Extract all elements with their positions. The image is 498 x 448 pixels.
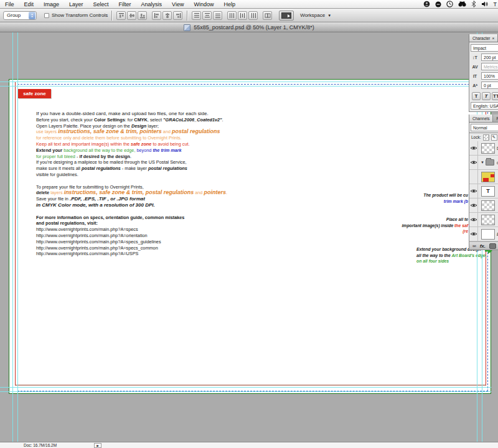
menu-edit[interactable]: Edit [19,1,39,7]
distribute-left-edges-button[interactable] [227,11,237,20]
chevron-down-icon: ▼ [327,14,331,17]
character-panel-tabs: Character × Paragraph [469,34,498,42]
distribute-vertical-centers-button[interactable] [202,11,212,20]
safe-zone-badge: safe zone [18,89,51,98]
tool-preset-select[interactable]: Group ▲▼ [3,11,37,20]
document-title: 55x85_postcard.psd @ 50% (Layer 1, CMYK/… [194,24,314,30]
document-canvas[interactable]: safe zone If you have a double-sided car… [9,79,491,394]
menu-select[interactable]: Select [88,1,114,7]
link-layers-icon[interactable]: ∞ [472,243,476,249]
layer-thumbnail[interactable] [481,229,495,240]
bluetooth-icon[interactable] [471,1,476,7]
blend-mode-select[interactable]: Normal [471,124,498,131]
layer-thumbnail[interactable] [481,200,495,211]
tab-paths[interactable]: Paths [493,114,498,122]
divider [111,11,112,21]
menubar-clipped-item: T [494,1,497,7]
expand-triangle-icon[interactable]: ▼ [481,161,484,164]
visibility-eye-empty[interactable] [469,170,478,184]
stepper-icon: ▲▼ [29,12,35,19]
layers-list: Design ▼ design T [469,141,498,241]
visibility-eye-icon[interactable] [469,227,478,241]
lock-transparency-icon[interactable] [483,134,489,141]
screen-mode-icon[interactable] [279,11,294,21]
align-left-edges-button[interactable] [152,11,161,20]
all-caps-button[interactable]: TT [492,92,498,100]
layer-thumbnail[interactable] [481,172,495,182]
menu-help[interactable]: Help [218,1,240,7]
menu-image[interactable]: Image [39,1,64,7]
status-menu-arrow[interactable]: ▶ [94,443,101,448]
binoculars-icon[interactable] [458,1,466,7]
font-size-icon: ↕T [471,55,479,60]
menu-view[interactable]: View [167,1,189,7]
auto-align-layers-button[interactable] [263,11,272,20]
align-horizontal-centers-button[interactable] [162,11,172,20]
kerning-icon: A‍V [471,65,479,69]
align-bottom-edges-button[interactable] [138,11,147,20]
align-right-edges-button[interactable] [173,11,182,20]
trim-note-annotation: The product will be cutrim mark (b [423,192,468,204]
psd-file-icon [184,24,190,31]
faux-italic-button[interactable]: T [482,92,491,100]
visibility-eye-icon[interactable] [469,213,478,227]
vertical-scale-icon: IT [471,74,479,78]
dot-icon[interactable] [435,1,441,7]
layer-row-empty-1[interactable] [469,198,498,213]
divider [187,11,187,21]
layer-style-fx-icon[interactable]: fx. [480,243,486,249]
kerning-field[interactable]: Metrics [481,63,498,70]
visibility-eye-icon[interactable] [469,156,478,170]
distribute-horizontal-centers-button[interactable] [238,11,247,20]
show-transform-controls-checkbox[interactable] [44,13,49,18]
align-vertical-centers-button[interactable] [127,11,136,20]
close-icon[interactable]: × [492,36,495,40]
guide-horizontal-top-outer[interactable] [0,82,491,82]
guide-horizontal-top-inner[interactable] [0,86,491,86]
workspace-menu[interactable]: Workspace ▼ [300,12,331,18]
guide-vertical-left-outer[interactable] [12,32,13,442]
faux-bold-button[interactable]: T [472,92,481,100]
menu-file[interactable]: File [0,1,19,7]
layer-group-row[interactable]: ▼ design [469,156,498,170]
volume-icon[interactable] [481,1,489,7]
distribute-right-edges-button[interactable] [248,11,258,20]
layer-row-artwork[interactable] [469,170,498,184]
group-folder-icon [486,159,494,166]
layer-thumbnail[interactable] [481,215,495,225]
menu-bar: File Edit Image Layer Select Filter Anal… [0,0,498,9]
vertical-scale-field[interactable]: 100% [481,72,498,80]
tab-channels[interactable]: Channels [469,114,493,122]
visibility-eye-icon[interactable] [469,141,478,156]
visibility-eye-icon[interactable] [469,198,478,213]
clock-icon[interactable] [446,1,453,7]
lock-pixels-icon[interactable]: ✎ [491,134,497,141]
layer-row-text[interactable]: T [469,184,498,198]
menu-layer[interactable]: Layer [64,1,88,7]
layer-row-design[interactable]: Design [469,141,498,156]
character-panel-body: Impact ↕T 200 pt A‍V Metrics IT 100% Aª … [469,42,498,112]
layer-row-empty-2[interactable] [469,213,498,227]
document-title-bar[interactable]: 55x85_postcard.psd @ 50% (Layer 1, CMYK/… [0,22,498,32]
user-icon[interactable] [423,1,430,7]
visibility-eye-icon[interactable] [469,184,478,198]
layer-row-background[interactable]: Background [469,227,498,241]
tab-character[interactable]: Character × [469,34,498,42]
text-layer-thumbnail[interactable]: T [481,186,495,197]
distribute-bottom-edges-button[interactable] [213,11,222,20]
guide-horizontal-bottom-inner[interactable] [0,387,491,388]
font-size-field[interactable]: 200 pt [481,54,498,61]
baseline-shift-field[interactable]: 0 pt [481,82,498,89]
doc-size-info: Doc: 16.7M/16.2M [24,443,57,447]
menu-window[interactable]: Window [189,1,218,7]
guide-vertical-left-inner[interactable] [17,32,18,442]
distribute-top-edges-button[interactable] [192,11,201,20]
align-top-edges-button[interactable] [116,11,126,20]
language-select[interactable]: English: USA [471,102,498,110]
font-family-select[interactable]: Impact [471,44,498,52]
menu-analysis[interactable]: Analysis [136,1,167,7]
menu-filter[interactable]: Filter [114,1,136,7]
layer-thumbnail[interactable] [481,143,495,154]
add-mask-icon[interactable] [489,243,496,249]
guide-horizontal-bottom-outer[interactable] [0,391,491,392]
